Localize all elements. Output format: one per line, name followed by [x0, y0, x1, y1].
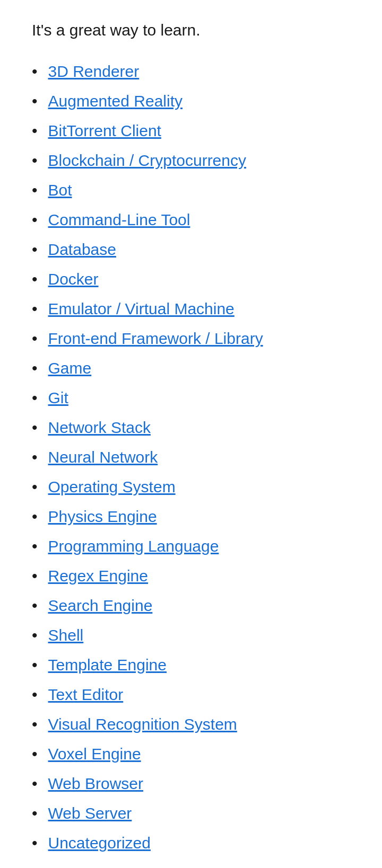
bullet-icon: •	[32, 238, 38, 261]
category-link-front-end-framework-library[interactable]: Front-end Framework / Library	[48, 327, 263, 350]
list-item: •Git	[32, 387, 350, 409]
category-link-programming-language[interactable]: Programming Language	[48, 535, 219, 557]
category-link-blockchain-cryptocurrency[interactable]: Blockchain / Cryptocurrency	[48, 149, 246, 172]
category-link-text-editor[interactable]: Text Editor	[48, 684, 124, 706]
category-link-web-browser[interactable]: Web Browser	[48, 773, 144, 795]
list-item: •Network Stack	[32, 417, 350, 439]
list-item: •Programming Language	[32, 535, 350, 557]
bullet-icon: •	[32, 773, 38, 795]
category-link-git[interactable]: Git	[48, 387, 68, 409]
category-link-docker[interactable]: Docker	[48, 268, 99, 290]
category-link-bot[interactable]: Bot	[48, 179, 72, 201]
list-item: •BitTorrent Client	[32, 120, 350, 142]
category-link-command-line-tool[interactable]: Command-Line Tool	[48, 209, 190, 231]
category-link-neural-network[interactable]: Neural Network	[48, 446, 158, 468]
category-link-uncategorized[interactable]: Uncategorized	[48, 832, 151, 854]
list-item: •Emulator / Virtual Machine	[32, 298, 350, 320]
category-link-web-server[interactable]: Web Server	[48, 802, 132, 825]
list-item: •Bot	[32, 179, 350, 201]
bullet-icon: •	[32, 417, 38, 439]
list-item: •Augmented Reality	[32, 90, 350, 112]
bullet-icon: •	[32, 743, 38, 765]
list-item: •Visual Recognition System	[32, 713, 350, 736]
list-item: •Operating System	[32, 476, 350, 498]
bullet-icon: •	[32, 60, 38, 83]
list-item: •Web Browser	[32, 773, 350, 795]
intro-text: It's a great way to learn.	[32, 21, 350, 39]
category-link-operating-system[interactable]: Operating System	[48, 476, 176, 498]
bullet-icon: •	[32, 535, 38, 557]
bullet-icon: •	[32, 357, 38, 379]
bullet-icon: •	[32, 387, 38, 409]
bullet-icon: •	[32, 595, 38, 617]
category-link-3d-renderer[interactable]: 3D Renderer	[48, 60, 140, 83]
list-item: •Uncategorized	[32, 832, 350, 854]
bullet-icon: •	[32, 120, 38, 142]
list-item: •Regex Engine	[32, 565, 350, 587]
category-link-search-engine[interactable]: Search Engine	[48, 595, 153, 617]
bullet-icon: •	[32, 624, 38, 646]
bullet-icon: •	[32, 565, 38, 587]
list-item: •Neural Network	[32, 446, 350, 468]
category-link-physics-engine[interactable]: Physics Engine	[48, 506, 157, 528]
list-item: •Command-Line Tool	[32, 209, 350, 231]
bullet-icon: •	[32, 713, 38, 736]
list-item: •Text Editor	[32, 684, 350, 706]
bullet-icon: •	[32, 209, 38, 231]
list-item: •3D Renderer	[32, 60, 350, 83]
category-link-network-stack[interactable]: Network Stack	[48, 417, 151, 439]
list-item: •Blockchain / Cryptocurrency	[32, 149, 350, 172]
bullet-icon: •	[32, 268, 38, 290]
category-link-augmented-reality[interactable]: Augmented Reality	[48, 90, 183, 112]
category-link-database[interactable]: Database	[48, 238, 116, 261]
list-item: •Shell	[32, 624, 350, 646]
list-item: •Game	[32, 357, 350, 379]
list-item: •Docker	[32, 268, 350, 290]
category-link-emulator-virtual-machine[interactable]: Emulator / Virtual Machine	[48, 298, 235, 320]
category-link-game[interactable]: Game	[48, 357, 92, 379]
list-item: •Search Engine	[32, 595, 350, 617]
bullet-icon: •	[32, 149, 38, 172]
category-link-visual-recognition-system[interactable]: Visual Recognition System	[48, 713, 237, 736]
bullet-icon: •	[32, 90, 38, 112]
list-item: •Template Engine	[32, 654, 350, 676]
bullet-icon: •	[32, 298, 38, 320]
bullet-icon: •	[32, 506, 38, 528]
bullet-icon: •	[32, 654, 38, 676]
category-link-shell[interactable]: Shell	[48, 624, 84, 646]
list-item: •Database	[32, 238, 350, 261]
bullet-icon: •	[32, 476, 38, 498]
category-link-bittorrent-client[interactable]: BitTorrent Client	[48, 120, 161, 142]
category-link-template-engine[interactable]: Template Engine	[48, 654, 167, 676]
list-item: •Physics Engine	[32, 506, 350, 528]
list-item: •Front-end Framework / Library	[32, 327, 350, 350]
list-item: •Voxel Engine	[32, 743, 350, 765]
bullet-icon: •	[32, 802, 38, 825]
bullet-icon: •	[32, 684, 38, 706]
bullet-icon: •	[32, 832, 38, 854]
list-item: •Web Server	[32, 802, 350, 825]
bullet-icon: •	[32, 179, 38, 201]
bullet-icon: •	[32, 327, 38, 350]
category-link-voxel-engine[interactable]: Voxel Engine	[48, 743, 141, 765]
category-link-regex-engine[interactable]: Regex Engine	[48, 565, 148, 587]
bullet-icon: •	[32, 446, 38, 468]
category-list: •3D Renderer•Augmented Reality•BitTorren…	[32, 60, 350, 854]
